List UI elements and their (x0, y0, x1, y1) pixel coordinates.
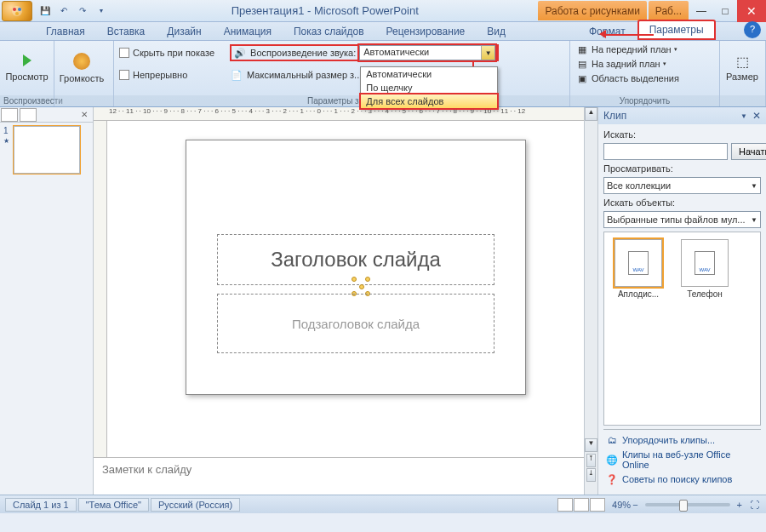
wav-icon (628, 251, 649, 275)
thumbnail-pane: ✕ 1★ (0, 107, 94, 495)
office-online-link[interactable]: 🌐Клипы на веб-узле Office Online (605, 449, 759, 470)
send-back-button[interactable]: ▤На задний план▾ (575, 57, 714, 71)
subtitle-text: Подзаголовок слайда (292, 317, 420, 331)
vertical-scrollbar[interactable]: ▲ ▼ ⤒ ⤓ (584, 107, 597, 495)
workspace: ✕ 1★ 12 · · 11 · · 10 · · · 9 · · · 8 · … (0, 107, 766, 495)
tab-slideshow[interactable]: Показ слайдов (283, 23, 374, 40)
clip-thumb (681, 239, 729, 287)
normal-view-icon[interactable] (557, 498, 573, 512)
dd-item-click[interactable]: По щелчку (361, 81, 497, 94)
maximize-button[interactable]: □ (713, 3, 737, 20)
clip-thumb (615, 239, 662, 287)
outline-tab-icon[interactable] (20, 108, 37, 122)
tips-link[interactable]: ❓Советы по поиску клипов (605, 472, 759, 486)
status-slide: Слайд 1 из 1 (5, 498, 77, 512)
max-size-label: Максимальный размер з... (247, 70, 362, 80)
slide-editor: 12 · · 11 · · 10 · · · 9 · · · 8 · · · 7… (94, 107, 584, 495)
close-pane-icon[interactable]: ✕ (77, 110, 91, 119)
tab-parameters[interactable]: Параметры (637, 20, 716, 40)
search-input[interactable] (603, 143, 728, 160)
size-button[interactable]: ⬚ Размер (723, 54, 761, 82)
status-language[interactable]: Русский (Россия) (151, 498, 240, 512)
preview-button[interactable]: Просмотр (3, 43, 50, 94)
dropdown-arrow-icon: ▼ (751, 182, 757, 190)
next-slide-icon[interactable]: ⤓ (586, 468, 596, 482)
dd-item-auto[interactable]: Автоматически (361, 67, 497, 81)
fit-window-icon[interactable]: ⛶ (747, 498, 761, 512)
selection-pane-button[interactable]: ▣Область выделения (575, 72, 714, 85)
loop-checkbox[interactable]: Непрерывно (119, 66, 214, 83)
scroll-up-icon[interactable]: ▲ (585, 107, 597, 121)
browse-value: Все коллекции (607, 180, 671, 191)
send-back-label: На задний план (592, 59, 660, 69)
close-button[interactable]: ✕ (737, 0, 766, 22)
objects-label: Искать объекты: (603, 197, 761, 208)
objects-select[interactable]: Выбранные типы файлов мул... ▼ (603, 211, 761, 228)
thumb-number: 1★ (3, 126, 12, 174)
group-label-arrange: Упорядочить (570, 95, 719, 106)
search-label: Искать: (603, 129, 761, 140)
group-label-sound: Параметры звука (114, 95, 569, 106)
ctx-tab-truncated[interactable]: Раб... (649, 1, 689, 20)
status-theme: "Тема Office" (78, 498, 149, 512)
group-volume: Громкость (54, 41, 114, 106)
slideshow-view-icon[interactable] (590, 498, 605, 512)
view-buttons (557, 498, 605, 512)
checkbox-icon (119, 70, 129, 80)
bring-front-button[interactable]: ▦На передний план▾ (575, 43, 714, 56)
dropdown-arrow-icon: ▼ (751, 216, 757, 224)
file-size-icon: 📄 (230, 68, 243, 82)
office-button[interactable] (2, 1, 32, 21)
sorter-view-icon[interactable] (574, 498, 589, 512)
minimize-button[interactable]: — (689, 3, 713, 20)
zoom-slider[interactable] (645, 503, 730, 506)
slide-canvas[interactable]: Заголовок слайда Подзаголовок слайда (109, 123, 582, 452)
prev-slide-icon[interactable]: ⤒ (586, 454, 596, 467)
subtitle-placeholder[interactable]: Подзаголовок слайда (217, 294, 494, 353)
ctx-tab-picture-tools[interactable]: Работа с рисунками (538, 1, 646, 20)
tab-view[interactable]: Вид (477, 23, 516, 40)
hide-on-show-label: Скрыть при показе (133, 48, 214, 58)
undo-icon[interactable]: ↶ (56, 3, 71, 19)
window-title: Презентация1 - Microsoft PowerPoint (112, 4, 537, 17)
tab-format[interactable]: Формат (579, 23, 636, 40)
tab-animation[interactable]: Анимация (214, 23, 282, 40)
link-label: Клипы на веб-узле Office Online (622, 449, 759, 470)
clip-dropdown-icon[interactable]: ▼ (740, 112, 747, 120)
save-icon[interactable]: 💾 (37, 3, 53, 19)
tab-design[interactable]: Дизайн (157, 23, 211, 40)
notes-pane[interactable]: Заметки к слайду (94, 457, 584, 495)
group-label-volume (54, 95, 113, 106)
scroll-down-icon[interactable]: ▼ (585, 438, 597, 452)
qat-customize-icon[interactable]: ▼ (94, 3, 109, 19)
close-clip-icon[interactable]: ✕ (752, 110, 761, 122)
slide-thumbnail-1[interactable]: 1★ (3, 126, 89, 174)
zoom-in-icon[interactable]: + (737, 500, 742, 510)
volume-button[interactable]: Громкость (58, 43, 106, 94)
organize-clips-link[interactable]: 🗂Упорядочить клипы... (605, 433, 759, 447)
search-go-button[interactable]: Начать (731, 143, 766, 160)
clip-item-2[interactable]: Телефон (677, 239, 732, 299)
svg-point-2 (18, 8, 21, 11)
clip-item-label: Аплодис... (611, 289, 666, 299)
help-icon[interactable]: ? (744, 21, 761, 38)
dd-item-all-slides[interactable]: Для всех слайдов (361, 94, 497, 108)
zoom-value[interactable]: 49% (612, 500, 631, 510)
play-sound-label: Воспроизведение звука: (250, 48, 356, 58)
hide-on-show-checkbox[interactable]: Скрыть при показе (119, 44, 214, 61)
play-sound-combo[interactable]: Автоматически ▼ Автоматически По щелчку … (359, 45, 495, 60)
bring-front-icon: ▦ (575, 43, 589, 56)
tab-review[interactable]: Рецензирование (376, 23, 476, 40)
slides-tab-icon[interactable] (1, 108, 18, 122)
objects-value: Выбранные типы файлов мул... (607, 215, 746, 225)
clip-links: 🗂Упорядочить клипы... 🌐Клипы на веб-узле… (603, 429, 761, 489)
size-label: Размер (726, 72, 758, 82)
dropdown-arrow-icon[interactable]: ▼ (481, 46, 494, 60)
tab-home[interactable]: Главная (36, 23, 95, 40)
zoom-out-icon[interactable]: − (632, 500, 637, 510)
quick-access-toolbar: 💾 ↶ ↷ ▼ (34, 3, 112, 19)
browse-select[interactable]: Все коллекции ▼ (603, 177, 761, 194)
tab-insert[interactable]: Вставка (97, 23, 156, 40)
redo-icon[interactable]: ↷ (75, 3, 90, 19)
clip-item-1[interactable]: Аплодис... (611, 239, 666, 299)
